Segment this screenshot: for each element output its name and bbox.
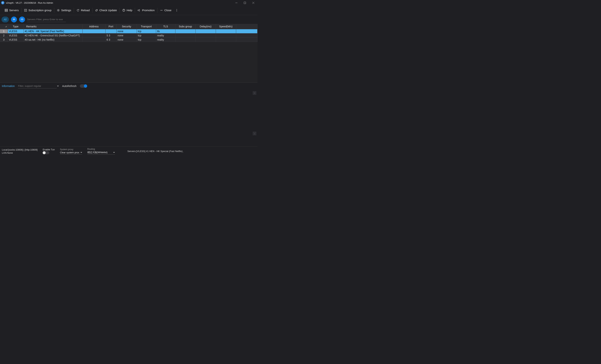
plus-icon — [13, 18, 15, 21]
col-speed[interactable]: Speed(M/s) — [216, 24, 236, 29]
menu-help[interactable]: Help — [120, 6, 135, 15]
col-subs-group[interactable]: Subs group — [175, 24, 195, 29]
app-icon: V — [1, 1, 4, 4]
cell-address — [82, 33, 105, 38]
routing-label: Routing — [87, 148, 115, 150]
col-delay[interactable]: Delay(ms) — [195, 24, 216, 29]
status-local: Local:[socks:10808] | [http:10809] LAN:N… — [2, 148, 38, 154]
system-proxy-dropdown[interactable]: Clear system prox — [60, 151, 82, 154]
col-port[interactable]: Port — [105, 24, 116, 29]
filter-bar: All — [0, 15, 258, 24]
menu-servers[interactable]: Servers — [2, 6, 21, 15]
menu-bar: Servers Subscription group Settings Relo… — [0, 6, 258, 15]
menu-reload[interactable]: Reload — [74, 6, 92, 15]
svg-rect-6 — [5, 11, 8, 12]
cell-type: VLESS — [8, 33, 24, 38]
cell-port — [105, 29, 116, 33]
col-remarks[interactable]: Remarks — [24, 24, 82, 29]
cell-transport: tcp — [137, 38, 156, 42]
svg-rect-1 — [244, 2, 246, 4]
cell-port: 6 3 — [105, 38, 116, 42]
status-routing: Routing 绕过大陆(Whitelist) — [87, 148, 115, 155]
col-type[interactable]: Type — [8, 24, 24, 29]
information-tab[interactable]: Information — [2, 85, 15, 88]
svg-point-15 — [177, 10, 177, 10]
servers-filter-input[interactable] — [27, 17, 66, 22]
col-blank — [236, 24, 258, 29]
table-row[interactable]: 3VLESS#3 sa.net - HK (no Netflix)6 3none… — [0, 38, 258, 42]
table-row[interactable]: 2VLESS#2 HEN HK - Greencloud SG (Netflix… — [0, 33, 258, 38]
chevron-down-icon — [113, 152, 115, 153]
status-local-line2: LAN:None — [2, 151, 38, 154]
expand-icon — [21, 18, 23, 21]
chevron-down-icon — [80, 152, 82, 153]
scroll-up-button[interactable]: ↑ — [253, 91, 256, 95]
arrow-down-icon: ↓ — [254, 132, 255, 135]
servers-table: Type Remarks Address Port Security Trans… — [0, 24, 258, 83]
cell-remarks: #3 sa.net - HK (no Netflix) — [24, 38, 82, 42]
menu-label: Reload — [81, 9, 90, 12]
log-filter-input[interactable] — [18, 84, 57, 89]
add-server-button[interactable] — [11, 17, 17, 22]
status-enable-tun: Enable Tun — [43, 148, 55, 154]
cell-subs-group — [175, 29, 195, 33]
menu-check-update[interactable]: Check Update — [92, 6, 120, 15]
title-bar: V v2rayN - V6.27 - 2023/06/18 - Run As A… — [0, 0, 258, 6]
routing-dropdown[interactable]: 绕过大陆(Whitelist) — [87, 151, 115, 155]
menu-label: Promotion — [142, 9, 154, 12]
cell-delay — [195, 38, 216, 42]
cell-blank — [236, 38, 258, 42]
svg-point-16 — [177, 11, 177, 11]
servers-icon — [5, 9, 8, 12]
svg-point-10 — [58, 10, 59, 11]
row-number: 2 — [0, 33, 8, 38]
cell-address — [82, 38, 105, 42]
status-servers-line: Servers:[VLESS] #1 HEN - HK Special (Fas… — [128, 150, 185, 153]
cell-address — [82, 29, 105, 33]
cell-tls: tls — [156, 29, 175, 33]
autorefresh-label: AutoRefresh — [62, 85, 77, 88]
filter-all-button[interactable]: All — [1, 17, 9, 22]
chevron-down-icon[interactable] — [57, 86, 59, 87]
cell-security: none — [116, 33, 137, 38]
menu-subscription-group[interactable]: Subscription group — [21, 6, 54, 15]
enable-tun-toggle[interactable] — [43, 151, 49, 154]
col-address[interactable]: Address — [82, 24, 105, 29]
table-row[interactable]: 1VLESS#1 HEN - HK Special (Fast Netflix)… — [0, 29, 258, 33]
cell-delay — [195, 29, 216, 33]
menu-promotion[interactable]: Promotion — [135, 6, 157, 15]
status-bar: Local:[socks:10808] | [http:10809] LAN:N… — [0, 146, 258, 156]
cell-transport: tcp — [137, 29, 156, 33]
cell-port: 5 3 — [105, 33, 116, 38]
cell-transport: tcp — [137, 33, 156, 38]
col-tls[interactable]: TLS — [156, 24, 175, 29]
row-number: 3 — [0, 38, 8, 42]
status-servers: Servers:[VLESS] #1 HEN - HK Special (Fas… — [128, 150, 185, 153]
expand-columns-button[interactable] — [19, 17, 25, 22]
subscription-icon — [24, 9, 27, 12]
select-all-corner[interactable] — [0, 24, 8, 29]
close-window-button[interactable] — [249, 0, 258, 6]
svg-rect-4 — [5, 9, 8, 10]
cell-speed — [216, 33, 236, 38]
cell-blank — [236, 29, 258, 33]
menu-label: Subscription group — [29, 9, 51, 12]
col-transport[interactable]: Transport — [137, 24, 156, 29]
autorefresh-toggle[interactable] — [80, 84, 87, 88]
menu-close[interactable]: Close — [157, 6, 174, 15]
cell-type: VLESS — [8, 38, 24, 42]
menu-more[interactable] — [174, 6, 180, 15]
scroll-down-button[interactable]: ↓ — [253, 132, 256, 135]
maximize-button[interactable] — [240, 0, 249, 6]
gear-icon — [57, 9, 60, 12]
log-area: ↑ ↓ — [0, 89, 258, 146]
status-system-proxy: System proxy Clear system prox — [60, 148, 82, 154]
cell-remarks: #1 HEN - HK Special (Fast Netflix) — [24, 29, 82, 33]
col-security[interactable]: Security — [116, 24, 137, 29]
minimize-button[interactable] — [232, 0, 240, 6]
cell-blank — [236, 33, 258, 38]
menu-settings[interactable]: Settings — [54, 6, 74, 15]
minus-icon — [160, 9, 163, 12]
svg-point-14 — [177, 9, 177, 10]
cell-delay — [195, 33, 216, 38]
